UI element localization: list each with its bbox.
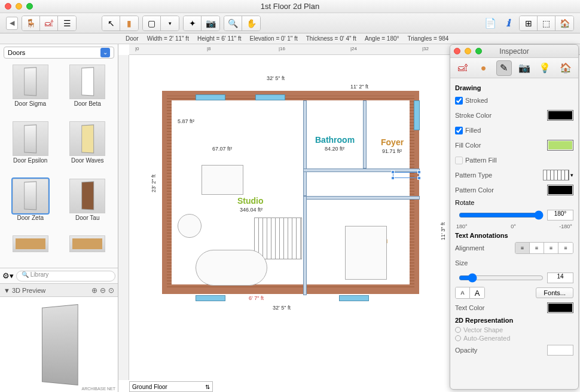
library-furniture-button[interactable]: 🪑 bbox=[22, 16, 40, 30]
library-sofa-button[interactable]: 🛋 bbox=[40, 16, 58, 30]
view-3d-button[interactable]: ⬚ bbox=[538, 16, 555, 30]
dimension-label: 23' 2" ft bbox=[151, 174, 157, 192]
view-3d-icon: ⬚ bbox=[542, 19, 550, 28]
floor-selector[interactable]: Ground Floor ⇅ bbox=[129, 381, 213, 392]
vector-shape-radio: Vector Shape bbox=[455, 326, 573, 333]
interior-wall[interactable] bbox=[363, 100, 367, 169]
inspector-tab-building[interactable]: 🏠 bbox=[558, 60, 573, 76]
library-item[interactable]: Door Sigma bbox=[2, 63, 59, 119]
library-item[interactable]: Door Zeta bbox=[2, 177, 59, 233]
camera-tool-button[interactable]: 📷 bbox=[202, 16, 219, 30]
text-color-swatch[interactable] bbox=[547, 302, 573, 313]
interior-wall[interactable] bbox=[303, 196, 420, 200]
size-label: Size bbox=[455, 259, 468, 267]
selected-door[interactable] bbox=[393, 172, 419, 178]
size-slider[interactable] bbox=[459, 273, 544, 283]
stroked-checkbox[interactable] bbox=[455, 97, 463, 105]
window[interactable] bbox=[255, 94, 285, 100]
library-list-button[interactable]: ☰ bbox=[58, 16, 76, 30]
inspector-close-button[interactable] bbox=[454, 48, 460, 54]
fill-color-swatch[interactable] bbox=[547, 140, 573, 151]
preview-pane[interactable]: ARCHIBASE NET bbox=[0, 296, 118, 392]
opacity-input[interactable] bbox=[547, 345, 573, 356]
rotate-slider[interactable] bbox=[459, 210, 544, 220]
dimension-label: 11' 3" ft bbox=[440, 222, 446, 240]
category-dropdown[interactable]: Doors ⌄ bbox=[4, 47, 114, 59]
stairs[interactable] bbox=[254, 218, 302, 259]
pointer-tool-button[interactable]: ↖ bbox=[102, 16, 120, 30]
font-size-up-button[interactable]: A bbox=[470, 287, 484, 298]
info-height: 6' 11" ft bbox=[221, 35, 241, 42]
window[interactable] bbox=[196, 295, 225, 301]
inspector-zoom-button[interactable] bbox=[475, 48, 482, 54]
minimize-window-button[interactable] bbox=[16, 3, 22, 10]
align-left-button[interactable]: ≡ bbox=[515, 243, 530, 253]
list-icon: ☰ bbox=[63, 19, 71, 28]
inspector-tab-object[interactable]: 🛋 bbox=[455, 60, 471, 76]
close-window-button[interactable] bbox=[5, 3, 11, 10]
inspector-tab-material[interactable]: ● bbox=[475, 60, 491, 76]
fonts-button[interactable]: Fonts... bbox=[536, 287, 573, 298]
shape-dropdown-button[interactable]: ▾ bbox=[161, 16, 179, 30]
filled-checkbox[interactable] bbox=[455, 127, 463, 134]
zoom-in-icon[interactable]: ⊕ bbox=[91, 286, 97, 295]
library-item[interactable]: Door Epsilon bbox=[2, 120, 59, 176]
stroke-color-swatch[interactable] bbox=[547, 110, 573, 121]
window[interactable] bbox=[339, 295, 369, 301]
furniture-chair[interactable] bbox=[178, 214, 202, 238]
info-angle: 180° bbox=[387, 35, 399, 42]
interior-wall[interactable] bbox=[303, 100, 307, 196]
window[interactable] bbox=[196, 94, 225, 100]
sofa-icon: 🛋 bbox=[458, 63, 468, 74]
nav-back-button[interactable]: ◀ bbox=[6, 17, 18, 30]
library-item[interactable]: Door Waves bbox=[60, 120, 116, 176]
shape-tool-button[interactable]: ▢ bbox=[143, 16, 161, 30]
rotate-input[interactable]: 180° bbox=[547, 210, 573, 220]
library-item-label: Door Sigma bbox=[2, 100, 59, 107]
furniture-bed[interactable] bbox=[345, 226, 387, 280]
pattern-color-swatch[interactable] bbox=[547, 185, 573, 195]
furniture-sofa[interactable] bbox=[196, 250, 267, 286]
furniture-icon: 🪑 bbox=[26, 19, 36, 28]
disclosure-icon: ▼ bbox=[4, 287, 10, 294]
view-split-button[interactable]: 🏠 bbox=[555, 16, 573, 30]
zoom-reset-icon[interactable]: ⊙ bbox=[108, 286, 114, 295]
zoom-window-button[interactable] bbox=[26, 3, 33, 10]
export-button[interactable]: 📄 bbox=[483, 16, 497, 30]
exterior-wall: 5.87 ft² 67.07 ft² Bathroom 84.20 ft² Fo… bbox=[162, 91, 419, 294]
library-item[interactable]: Door Beta bbox=[60, 63, 116, 119]
align-right-button[interactable]: ≡ bbox=[544, 243, 558, 253]
preview-header[interactable]: ▼ 3D Preview ⊕ ⊖ ⊙ bbox=[0, 283, 118, 296]
pan-tool-button[interactable]: ✋ bbox=[242, 16, 260, 30]
info-elevation: 0' 1" ft bbox=[281, 35, 298, 42]
view-2d-button[interactable]: ⊞ bbox=[520, 16, 538, 30]
library-item[interactable] bbox=[2, 234, 59, 265]
size-input[interactable]: 14 bbox=[547, 272, 573, 283]
zoom-out-icon[interactable]: ⊖ bbox=[100, 286, 106, 295]
vertical-ruler bbox=[118, 55, 129, 380]
zoom-tool-button[interactable]: 🔍 bbox=[224, 16, 242, 30]
section-drawing: Drawing bbox=[455, 84, 573, 91]
align-center-button[interactable]: ≡ bbox=[530, 243, 544, 253]
library-search-input[interactable]: 🔍 Library bbox=[16, 271, 115, 281]
font-size-down-button[interactable]: A bbox=[456, 287, 470, 298]
interior-wall[interactable] bbox=[303, 196, 307, 295]
inspector-minimize-button[interactable] bbox=[465, 48, 471, 54]
library-item[interactable]: Door Tau bbox=[60, 177, 116, 233]
chevron-down-icon[interactable]: ▾ bbox=[570, 172, 573, 178]
floor-selector-label: Ground Floor bbox=[132, 384, 167, 390]
inspector-tab-camera[interactable]: 📷 bbox=[517, 60, 532, 76]
wall-tool-button[interactable]: ▮ bbox=[120, 16, 138, 30]
library-item[interactable] bbox=[60, 234, 116, 265]
window[interactable] bbox=[414, 100, 420, 130]
measure-tool-button[interactable]: ✦ bbox=[184, 16, 202, 30]
inspector-tab-light[interactable]: 💡 bbox=[537, 60, 552, 76]
gear-icon[interactable]: ⚙▾ bbox=[2, 271, 14, 280]
info-button[interactable]: ℹ bbox=[501, 16, 515, 30]
align-justify-button[interactable]: ≡ bbox=[558, 243, 573, 253]
inspector-tab-drawing[interactable]: ✎ bbox=[496, 60, 512, 76]
furniture-table[interactable] bbox=[202, 165, 243, 195]
info-triangles: 984 bbox=[439, 35, 449, 42]
library-item-label: Door Beta bbox=[60, 100, 116, 107]
pattern-type-swatch[interactable] bbox=[543, 170, 569, 180]
